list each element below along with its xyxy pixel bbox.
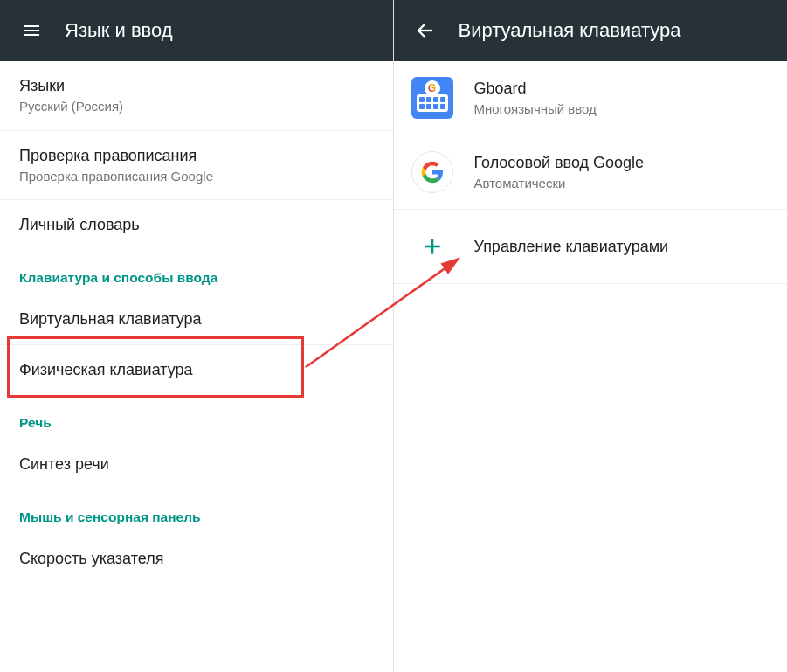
page-title-left: Язык и ввод [65, 19, 173, 42]
settings-list-left: Языки Русский (Россия) Проверка правопис… [0, 61, 393, 672]
back-button[interactable] [408, 13, 443, 48]
item-google-voice-sub: Автоматически [474, 175, 645, 192]
item-languages-label: Языки [19, 75, 374, 96]
section-mouse-trackpad: Мышь и сенсорная панель [0, 488, 393, 534]
item-gboard-sub: Многоязычный ввод [474, 100, 597, 118]
item-languages[interactable]: Языки Русский (Россия) [0, 61, 393, 130]
back-arrow-icon [415, 20, 436, 41]
page-title-right: Виртуальная клавиатура [459, 19, 681, 42]
item-tts[interactable]: Синтез речи [0, 440, 393, 488]
hamburger-menu-button[interactable] [14, 13, 49, 48]
item-physical-keyboard-label: Физическая клавиатура [19, 359, 374, 380]
item-personal-dictionary-label: Личный словарь [19, 214, 374, 235]
item-spellcheck[interactable]: Проверка правописания Проверка правописа… [0, 131, 393, 200]
settings-list-right: G Gboard Многоязычный ввод Голосовой вво… [394, 61, 788, 672]
item-virtual-keyboard-label: Виртуальная клавиатура [19, 308, 374, 329]
svg-rect-2 [24, 34, 39, 36]
appbar-left: Язык и ввод [0, 0, 393, 61]
appbar-right: Виртуальная клавиатура [394, 0, 788, 61]
item-spellcheck-label: Проверка правописания [19, 145, 374, 166]
plus-icon [411, 225, 453, 267]
item-google-voice[interactable]: Голосовой ввод Google Автоматически [394, 135, 788, 209]
item-personal-dictionary[interactable]: Личный словарь [0, 200, 393, 249]
section-speech: Речь [0, 394, 393, 440]
item-tts-label: Синтез речи [19, 454, 374, 475]
svg-rect-0 [24, 25, 39, 27]
svg-rect-1 [24, 30, 39, 31]
divider [394, 283, 788, 284]
menu-icon [21, 20, 42, 41]
item-pointer-speed-label: Скорость указателя [19, 548, 374, 569]
item-spellcheck-sub: Проверка правописания Google [19, 168, 374, 185]
item-languages-sub: Русский (Россия) [19, 98, 374, 115]
item-google-voice-label: Голосовой ввод Google [474, 152, 645, 173]
section-keyboard-input: Клавиатура и способы ввода [0, 249, 393, 294]
gboard-icon: G [411, 77, 453, 119]
google-voice-icon [411, 151, 453, 193]
item-manage-keyboards[interactable]: Управление клавиатурами [394, 210, 788, 283]
item-virtual-keyboard[interactable]: Виртуальная клавиатура [0, 294, 393, 343]
item-physical-keyboard[interactable]: Физическая клавиатура [0, 345, 393, 394]
item-pointer-speed[interactable]: Скорость указателя [0, 534, 393, 583]
settings-pane-virtual-keyboard: Виртуальная клавиатура G Gboard Многоязы… [394, 0, 788, 672]
item-manage-keyboards-label: Управление клавиатурами [474, 236, 669, 257]
settings-pane-language-input: Язык и ввод Языки Русский (Россия) Прове… [0, 0, 394, 672]
item-gboard-label: Gboard [474, 78, 597, 99]
item-gboard[interactable]: G Gboard Многоязычный ввод [394, 61, 788, 135]
